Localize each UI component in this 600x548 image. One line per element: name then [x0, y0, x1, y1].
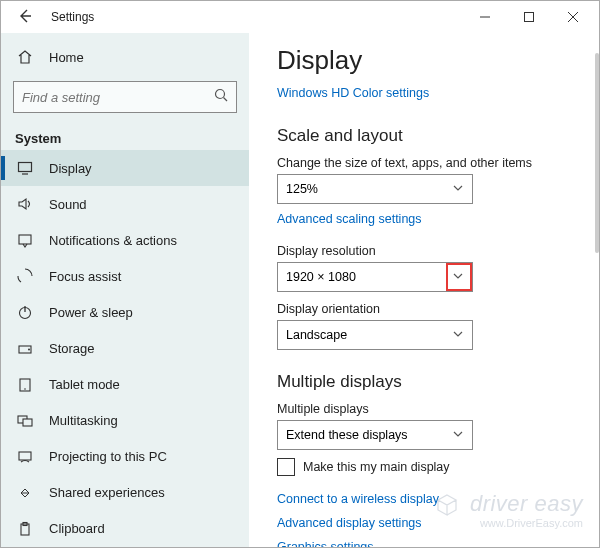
minimize-icon — [480, 12, 490, 22]
arrow-left-icon — [18, 9, 32, 23]
shared-icon — [15, 483, 35, 503]
sidebar-item-projecting[interactable]: Projecting to this PC — [1, 439, 249, 475]
chevron-down-icon — [452, 270, 464, 285]
sidebar-item-shared[interactable]: Shared experiences — [1, 475, 249, 511]
sidebar-item-tablet[interactable]: Tablet mode — [1, 367, 249, 403]
sidebar-item-display[interactable]: Display — [1, 150, 249, 186]
display-icon — [15, 158, 35, 178]
watermark-logo-icon — [435, 493, 459, 517]
back-button[interactable] — [15, 9, 35, 26]
sidebar-item-label: Multitasking — [49, 413, 118, 428]
scale-select[interactable]: 125% — [277, 174, 473, 204]
sidebar-item-label: Clipboard — [49, 521, 105, 536]
storage-icon — [15, 339, 35, 359]
orientation-value: Landscape — [286, 328, 347, 342]
sidebar-item-notifications[interactable]: Notifications & actions — [1, 222, 249, 258]
sidebar-item-multitasking[interactable]: Multitasking — [1, 403, 249, 439]
power-icon — [15, 302, 35, 322]
multi-label: Multiple displays — [277, 402, 575, 416]
main-display-checkbox-row[interactable]: Make this my main display — [277, 458, 575, 476]
svg-rect-1 — [525, 13, 534, 22]
sidebar-item-label: Projecting to this PC — [49, 449, 167, 464]
sidebar-item-label: Shared experiences — [49, 485, 165, 500]
svg-point-14 — [24, 388, 26, 390]
close-icon — [568, 12, 578, 22]
multi-select[interactable]: Extend these displays — [277, 420, 473, 450]
orientation-select[interactable]: Landscape — [277, 320, 473, 350]
window-title: Settings — [35, 10, 94, 24]
resolution-label: Display resolution — [277, 244, 575, 258]
search-field[interactable] — [22, 90, 214, 105]
sidebar-item-label: Notifications & actions — [49, 233, 177, 248]
sidebar-item-label: Display — [49, 161, 92, 176]
clipboard-icon — [15, 519, 35, 539]
orientation-label: Display orientation — [277, 302, 575, 316]
home-icon — [15, 47, 35, 67]
tablet-icon — [15, 375, 35, 395]
maximize-button[interactable] — [507, 1, 551, 33]
watermark-brand: driver easy — [470, 491, 583, 516]
hd-color-link[interactable]: Windows HD Color settings — [277, 86, 429, 100]
close-button[interactable] — [551, 1, 595, 33]
projecting-icon — [15, 447, 35, 467]
checkbox-unchecked[interactable] — [277, 458, 295, 476]
multitasking-icon — [15, 411, 35, 431]
titlebar: Settings — [1, 1, 599, 33]
search-icon — [214, 88, 228, 106]
advanced-display-link[interactable]: Advanced display settings — [277, 516, 422, 530]
multi-value: Extend these displays — [286, 428, 408, 442]
sidebar-item-power[interactable]: Power & sleep — [1, 294, 249, 330]
chevron-down-icon — [452, 182, 464, 197]
focus-assist-icon — [15, 266, 35, 286]
svg-rect-17 — [19, 452, 31, 460]
chevron-down-icon — [452, 328, 464, 343]
main-panel: Display Windows HD Color settings Scale … — [249, 33, 599, 547]
sound-icon — [15, 194, 35, 214]
settings-window: Settings Home — [0, 0, 600, 548]
notifications-icon — [15, 230, 35, 250]
svg-point-12 — [28, 348, 30, 350]
sidebar-section-system: System — [1, 123, 249, 150]
scrollbar[interactable] — [593, 33, 599, 547]
sidebar-item-label: Focus assist — [49, 269, 121, 284]
watermark: driver easy www.DriverEasy.com — [435, 491, 583, 529]
svg-rect-16 — [23, 419, 32, 426]
maximize-icon — [524, 12, 534, 22]
sidebar-item-label: Tablet mode — [49, 377, 120, 392]
svg-point-4 — [216, 90, 225, 99]
resolution-select[interactable]: 1920 × 1080 — [277, 262, 473, 292]
svg-rect-8 — [19, 235, 31, 244]
sidebar-item-label: Storage — [49, 341, 95, 356]
sidebar-home-label: Home — [49, 50, 84, 65]
graphics-settings-link[interactable]: Graphics settings — [277, 540, 374, 547]
page-title: Display — [277, 45, 575, 76]
main-display-label: Make this my main display — [303, 460, 450, 474]
scale-heading: Scale and layout — [277, 126, 575, 146]
chevron-down-icon — [452, 428, 464, 443]
sidebar-item-clipboard[interactable]: Clipboard — [1, 511, 249, 547]
sidebar-item-storage[interactable]: Storage — [1, 330, 249, 366]
minimize-button[interactable] — [463, 1, 507, 33]
connect-wireless-link[interactable]: Connect to a wireless display — [277, 492, 439, 506]
sidebar-item-label: Power & sleep — [49, 305, 133, 320]
svg-rect-6 — [19, 163, 32, 172]
search-input[interactable] — [13, 81, 237, 113]
sidebar-home[interactable]: Home — [1, 39, 249, 75]
sidebar: Home System Display Sound — [1, 33, 249, 547]
sidebar-item-label: Sound — [49, 197, 87, 212]
watermark-url: www.DriverEasy.com — [435, 517, 583, 529]
scale-value: 125% — [286, 182, 318, 196]
advanced-scaling-link[interactable]: Advanced scaling settings — [277, 212, 422, 226]
resolution-value: 1920 × 1080 — [286, 270, 356, 284]
sidebar-item-sound[interactable]: Sound — [1, 186, 249, 222]
sidebar-item-focus-assist[interactable]: Focus assist — [1, 258, 249, 294]
svg-line-5 — [224, 98, 228, 102]
scale-label: Change the size of text, apps, and other… — [277, 156, 575, 170]
multi-heading: Multiple displays — [277, 372, 575, 392]
